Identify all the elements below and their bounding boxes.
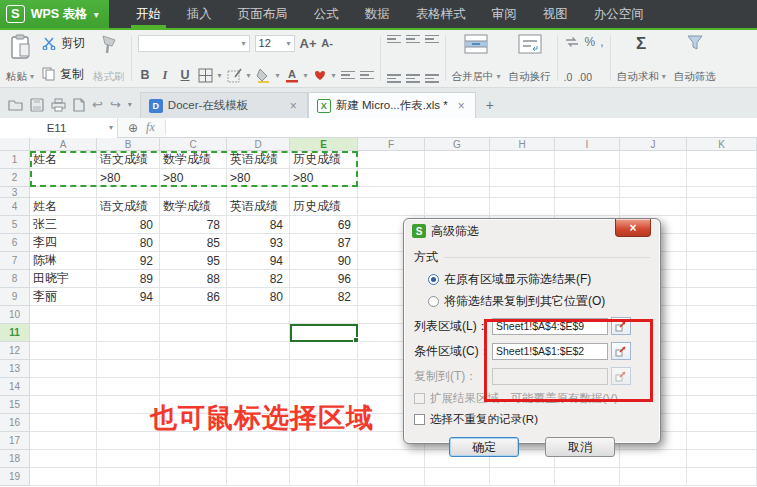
undo-icon[interactable]: ↩	[92, 97, 103, 112]
shrink-font-button[interactable]: A-	[320, 37, 335, 49]
column-header-E[interactable]: E	[290, 138, 358, 151]
align-center-icon[interactable]	[406, 74, 420, 83]
cell-K3[interactable]	[687, 187, 757, 198]
column-header-D[interactable]: D	[227, 138, 290, 151]
cell-A7[interactable]: 陈琳	[30, 252, 97, 270]
column-header-C[interactable]: C	[160, 138, 227, 151]
italic-button[interactable]: I	[158, 68, 173, 83]
cell-G4[interactable]	[425, 198, 490, 216]
cell-E13[interactable]	[290, 360, 358, 378]
dialog-close-button[interactable]: ×	[615, 219, 651, 237]
cell-H19[interactable]	[490, 468, 555, 486]
ribbon-tab-9[interactable]: 办公空间	[581, 0, 657, 28]
cell-G1[interactable]	[425, 151, 490, 169]
cell-E12[interactable]	[290, 342, 358, 360]
range-input-1[interactable]	[492, 318, 608, 335]
cell-K6[interactable]	[687, 234, 757, 252]
cell-K9[interactable]	[687, 288, 757, 306]
cell-C4[interactable]: 数学成绩	[160, 198, 227, 216]
row-header-8[interactable]: 8	[0, 270, 30, 288]
column-header-F[interactable]: F	[358, 138, 425, 151]
cell-A14[interactable]	[30, 378, 97, 396]
cell-D4[interactable]: 英语成绩	[227, 198, 290, 216]
cell-I19[interactable]	[555, 468, 620, 486]
cell-C2[interactable]: >80	[160, 169, 227, 187]
save-icon[interactable]	[30, 98, 44, 112]
cell-B13[interactable]	[97, 360, 160, 378]
cell-C11[interactable]	[160, 324, 227, 342]
cell-A2[interactable]	[30, 169, 97, 187]
cell-H3[interactable]	[490, 187, 555, 198]
cell-E9[interactable]: 82	[290, 288, 358, 306]
column-header-J[interactable]: J	[620, 138, 687, 151]
cell-A11[interactable]	[30, 324, 97, 342]
cell-C1[interactable]: 数学成绩	[160, 151, 227, 169]
fill-color-button[interactable]: ▾	[256, 68, 280, 83]
row-header-5[interactable]: 5	[0, 216, 30, 234]
cell-B5[interactable]: 80	[97, 216, 160, 234]
cell-B10[interactable]	[97, 306, 160, 324]
ribbon-tab-8[interactable]: 视图	[530, 0, 581, 28]
radio-option-2[interactable]: 将筛选结果复制到其它位置(O)	[428, 293, 650, 310]
row-header-10[interactable]: 10	[0, 306, 30, 324]
cell-A12[interactable]	[30, 342, 97, 360]
column-header-H[interactable]: H	[490, 138, 555, 151]
range-selector-button-2[interactable]	[611, 342, 631, 360]
cell-D5[interactable]: 84	[227, 216, 290, 234]
document-tab-1[interactable]: DDocer-在线模板×	[140, 92, 308, 118]
cell-A15[interactable]	[30, 396, 97, 414]
ribbon-tab-7[interactable]: 审阅	[479, 0, 530, 28]
cell-A10[interactable]	[30, 306, 97, 324]
cell-C9[interactable]: 86	[160, 288, 227, 306]
cell-H2[interactable]	[490, 169, 555, 187]
cell-A13[interactable]	[30, 360, 97, 378]
cell-E18[interactable]	[290, 450, 358, 468]
cell-B18[interactable]	[97, 450, 160, 468]
cell-B11[interactable]	[97, 324, 160, 342]
cell-H1[interactable]	[490, 151, 555, 169]
row-header-15[interactable]: 15	[0, 396, 30, 414]
select-all-corner[interactable]	[0, 138, 30, 151]
row-header-18[interactable]: 18	[0, 450, 30, 468]
cut-button[interactable]: 剪切	[42, 35, 85, 52]
cell-B4[interactable]: 语文成绩	[97, 198, 160, 216]
cell-A16[interactable]	[30, 414, 97, 432]
cell-D1[interactable]: 英语成绩	[227, 151, 290, 169]
autofilter-button[interactable]: 自动筛选	[674, 34, 716, 84]
align-top-icon[interactable]	[387, 35, 401, 44]
open-file-icon[interactable]	[8, 98, 23, 111]
row-header-11[interactable]: 11	[0, 324, 30, 342]
cell-J19[interactable]	[620, 468, 687, 486]
cell-A6[interactable]: 李四	[30, 234, 97, 252]
cell-B2[interactable]: >80	[97, 169, 160, 187]
copy-button[interactable]: 复制	[42, 66, 85, 83]
cell-K15[interactable]	[687, 396, 757, 414]
print-icon[interactable]	[51, 98, 66, 112]
cell-A17[interactable]	[30, 432, 97, 450]
cell-E6[interactable]: 87	[290, 234, 358, 252]
cell-K7[interactable]	[687, 252, 757, 270]
increase-indent-icon[interactable]	[360, 71, 374, 80]
cell-D6[interactable]: 93	[227, 234, 290, 252]
ok-button[interactable]: 确定	[449, 437, 519, 457]
cell-K16[interactable]	[687, 414, 757, 432]
column-header-G[interactable]: G	[425, 138, 490, 151]
cell-C5[interactable]: 78	[160, 216, 227, 234]
cell-D12[interactable]	[227, 342, 290, 360]
font-color-button[interactable]: A▾	[285, 68, 308, 83]
cell-I1[interactable]	[555, 151, 620, 169]
ribbon-tab-2[interactable]: 插入	[174, 0, 225, 28]
paste-button[interactable]: 粘贴▾	[6, 34, 34, 84]
formula-input[interactable]	[166, 118, 757, 137]
row-header-3[interactable]: 3	[0, 187, 30, 198]
cell-E10[interactable]	[290, 306, 358, 324]
row-header-13[interactable]: 13	[0, 360, 30, 378]
cell-E4[interactable]: 历史成绩	[290, 198, 358, 216]
cell-A19[interactable]	[30, 468, 97, 486]
row-header-14[interactable]: 14	[0, 378, 30, 396]
row-header-16[interactable]: 16	[0, 414, 30, 432]
cell-C7[interactable]: 95	[160, 252, 227, 270]
bold-button[interactable]: B	[138, 68, 153, 82]
row-header-7[interactable]: 7	[0, 252, 30, 270]
cell-D10[interactable]	[227, 306, 290, 324]
